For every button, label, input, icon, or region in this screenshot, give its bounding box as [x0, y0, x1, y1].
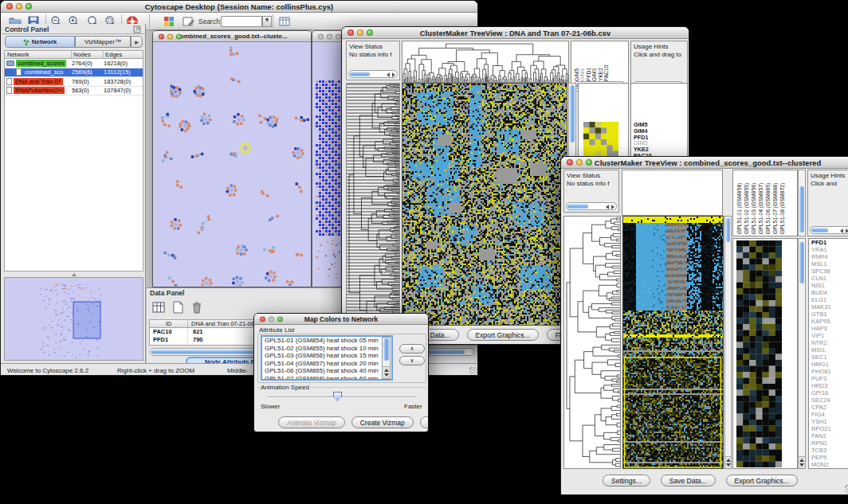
animation-slider-track[interactable] [267, 397, 417, 398]
zoom-button[interactable] [336, 33, 341, 39]
network-row[interactable]: combined_sco2569(6)13112(15) [5, 68, 143, 78]
delete-attribute-trash-icon[interactable] [190, 300, 204, 315]
attribute-list-scrollbar[interactable] [382, 337, 391, 379]
tab-network[interactable]: Network [5, 36, 75, 48]
attribute-listbox[interactable]: GPL51-01 (GSM854) heat shock 05 minGPL51… [261, 335, 393, 381]
tv1-column-label: GIM4 [579, 43, 585, 81]
tv1-column-dendrogram[interactable] [402, 41, 569, 83]
panel-splitter[interactable] [4, 272, 143, 277]
zoom-button[interactable] [26, 3, 32, 10]
network-overview-minimap[interactable] [4, 277, 143, 361]
dialog-button[interactable]: Animate Vizmap [278, 416, 345, 428]
dialog-button[interactable]: Create Vizmap [351, 416, 414, 428]
tv2-gene-labels[interactable]: PFD1YRA1RNR4MSL1SPC98CLN1NIS1BUD4ELG1MAK… [808, 238, 848, 469]
tab-overflow-arrow[interactable]: ▶ [131, 36, 143, 48]
minimize-button[interactable] [16, 3, 22, 10]
main-title-bar[interactable]: Cytoscape Desktop (Session Name: collins… [1, 1, 477, 13]
tv2-gene-label: KAP95 [809, 318, 848, 325]
network-tab-icon [23, 39, 29, 45]
network-view-title-bar[interactable]: combined_scores_good.txt--cluste... [153, 31, 311, 42]
vizmapper-icon[interactable] [163, 15, 175, 28]
dialog-title-bar[interactable]: Map Colors to Network [254, 314, 428, 325]
attribute-select-icon[interactable] [151, 300, 166, 315]
tv2-heatmap-v-scrollbar[interactable] [724, 216, 732, 469]
attr-v-thumb[interactable] [383, 338, 389, 361]
minimize-button[interactable] [167, 33, 173, 39]
tv2-collabel-scrollbar[interactable] [798, 170, 806, 236]
tv1-column-label: PAC10 [603, 43, 609, 81]
minimize-button[interactable] [357, 29, 363, 36]
tv2-zoom-v-scrollbar[interactable] [798, 238, 806, 469]
close-button[interactable] [567, 159, 573, 166]
tv1-v-thumb[interactable] [570, 85, 575, 143]
zoom-button[interactable] [176, 33, 182, 39]
treeview1-button[interactable]: Export Graphics... [467, 329, 539, 341]
tv2-zoom-heatmap-panel[interactable] [732, 238, 798, 469]
treeview1-window-controls [347, 29, 373, 36]
zoom-button[interactable] [586, 159, 592, 166]
tv1-status-scrollbar[interactable] [348, 70, 398, 78]
attribute-list-item[interactable]: GPL51-04 (GSM857) heat shock 20 min [262, 360, 391, 368]
attribute-list-item[interactable]: GPL51-01 (GSM854) heat shock 05 min [262, 337, 391, 345]
network-row[interactable]: DNA and Tran 07769(0)183728(0) [5, 77, 143, 87]
attribute-list-item[interactable]: GPL51-03 (GSM856) heat shock 15 min [262, 352, 391, 360]
tv1-global-heatmap[interactable] [402, 83, 567, 326]
network-table-body[interactable]: combined_scores2764(0)16218(0)combined_s… [4, 59, 143, 96]
attribute-list-item[interactable]: GPL51-02 (GSM855) heat shock 10 min [262, 345, 391, 353]
tv2-zoom-thumb[interactable] [799, 242, 804, 283]
tv2-global-heatmap[interactable] [622, 216, 724, 469]
attribute-list-item[interactable]: GPL51-07 (GSM868) heat shock 60 min [262, 375, 391, 381]
close-button[interactable] [159, 33, 164, 39]
network-row[interactable]: RNAPuberNov2+!563(0)107847(0) [5, 87, 143, 96]
attribute-table-icon[interactable] [278, 15, 291, 28]
treeview2-button[interactable]: Settings... [603, 475, 650, 486]
treeview1-title-bar[interactable]: ClusterMaker TreeView : DNA and Tran 07-… [342, 27, 689, 39]
network-view-title: combined_scores_good.txt--cluste... [176, 33, 287, 40]
network-canvas[interactable] [153, 42, 311, 287]
search-dropdown-arrow-icon[interactable] [262, 16, 272, 27]
tv2-v-thumb[interactable] [726, 218, 730, 242]
tv2-gene-label: HMG1 [809, 361, 848, 368]
treeview2-button[interactable]: Save Data... [661, 475, 716, 486]
attribute-list-item[interactable]: GPL51-06 (GSM865) heat shock 40 min [262, 367, 391, 375]
tv2-gene-label: PHO81 [809, 368, 848, 375]
tv2-status-scrollbar[interactable] [566, 202, 617, 210]
close-button[interactable] [260, 316, 265, 322]
dialog-window-controls [260, 316, 283, 322]
search-input[interactable] [221, 16, 262, 27]
col-nodes: Nodes [72, 51, 104, 58]
network-table-header[interactable]: Network Nodes Edges [4, 50, 143, 59]
resize-grip[interactable] [469, 367, 478, 376]
tv2-gene-label: BUD4 [809, 289, 848, 296]
data-panel-title: Data Panel [150, 289, 184, 297]
minimize-button[interactable] [269, 316, 274, 322]
move-down-button[interactable]: ∨ [399, 356, 425, 365]
minimize-button[interactable] [576, 159, 583, 166]
treeview2-window-controls [567, 159, 592, 166]
treeview2-button[interactable]: Export Graphics... [726, 475, 798, 486]
map-colors-dialog: Map Colors to Network Attribute List GPL… [253, 313, 429, 432]
tv2-usage-scrollbar[interactable] [810, 226, 848, 234]
zoom-button[interactable] [277, 316, 283, 322]
tv2-resize-grip[interactable] [845, 485, 848, 494]
network-row[interactable]: combined_scores2764(0)16218(0) [5, 59, 143, 68]
tv1-row-dendrogram[interactable] [346, 83, 400, 326]
new-attribute-icon[interactable] [171, 300, 185, 315]
close-button[interactable] [347, 29, 354, 36]
main-window-title: Cytoscape Desktop (Session Name: collins… [145, 2, 334, 11]
treeview2-title-bar[interactable]: ClusterMaker TreeView : combined_scores_… [561, 157, 848, 169]
close-button[interactable] [6, 3, 13, 10]
move-up-button[interactable]: ∧ [399, 344, 425, 354]
network-tree-empty-area[interactable] [4, 96, 143, 272]
tv2-column-label: GPL51-07 (GSM868) [772, 172, 779, 234]
zoom-button[interactable] [367, 29, 373, 36]
float-panel-icon[interactable] [133, 25, 141, 33]
tv2-row-dendrogram[interactable] [563, 216, 621, 469]
tv2-collabel-thumb[interactable] [799, 186, 804, 232]
annotation-icon[interactable] [182, 15, 194, 28]
tab-vizmapper[interactable]: VizMapper™ [75, 36, 131, 48]
minimize-button[interactable] [327, 33, 332, 39]
close-button[interactable] [318, 33, 324, 39]
network-graph [153, 42, 311, 286]
dialog-button[interactable]: Done [420, 416, 429, 428]
